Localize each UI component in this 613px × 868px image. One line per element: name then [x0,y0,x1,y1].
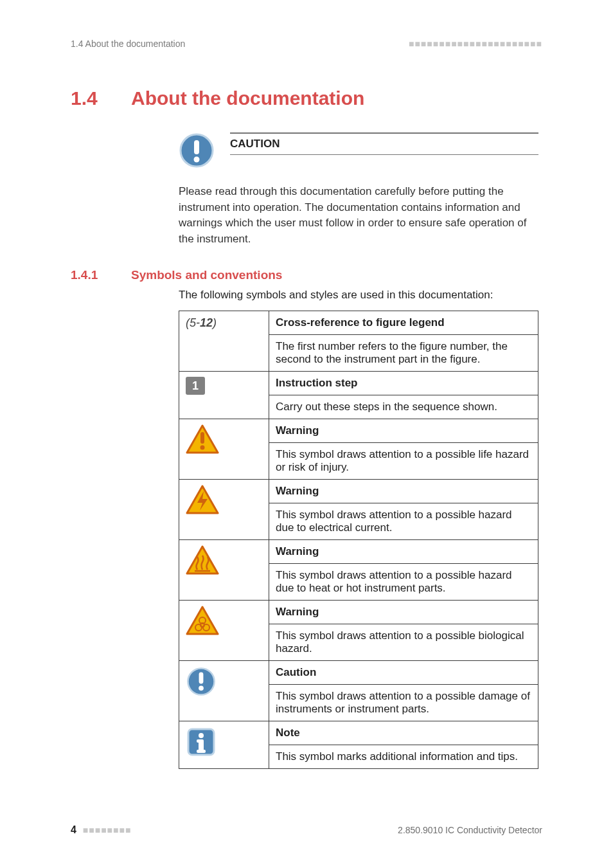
table-row: Note [179,721,538,745]
row-desc: This symbol draws attention to a possibl… [269,563,538,600]
row-desc: This symbol draws attention to a possibl… [269,442,538,479]
table-row: 1 Instruction step [179,371,538,395]
table-row: Caution [179,660,538,684]
xref-bold: 12 [200,316,213,329]
caution-label-area: CAUTION [230,132,538,155]
row-desc: This symbol marks additional information… [269,745,538,768]
svg-rect-2 [194,140,199,154]
subsection-heading: 1.4.1 Symbols and conventions [71,268,542,282]
runhead-left: 1.4 About the documentation [71,39,185,49]
row-title: Note [269,721,538,745]
warning-heat-icon [179,539,269,600]
footer-doc-title: 2.850.9010 IC Conductivity Detector [398,825,542,835]
step-badge-icon: 1 [186,377,205,395]
section-number: 1.4 [71,87,107,109]
svg-point-3 [194,157,200,163]
row-title: Warning [269,539,538,563]
page-number: 4 [71,824,76,835]
row-title: Warning [269,600,538,624]
svg-rect-24 [197,739,202,743]
svg-marker-11 [187,607,218,634]
section-title: About the documentation [131,87,364,109]
note-icon [179,721,269,768]
warning-general-icon [179,419,269,479]
table-row: Warning [179,419,538,442]
intro-text: The following symbols and styles are use… [179,289,542,302]
table-row: (5-12) Cross-reference to figure legend [179,311,538,334]
subsection-number: 1.4.1 [71,268,112,282]
row-title: Warning [269,479,538,503]
svg-rect-25 [197,750,206,753]
runhead-dashes: ■■■■■■■■■■■■■■■■■■■■■■ [409,39,542,49]
row-desc: This symbol draws attention to a possibl… [269,684,538,721]
table-row: Warning [179,479,538,503]
svg-point-22 [199,733,204,738]
row-desc: This symbol draws attention to a possibl… [269,503,538,539]
xref-open: (5- [186,316,200,329]
row-title: Cross-reference to figure legend [269,311,538,334]
svg-rect-5 [200,432,204,444]
caution-damage-icon [179,660,269,721]
svg-point-19 [199,685,204,691]
svg-rect-18 [199,672,204,683]
section-heading: 1.4 About the documentation [71,87,542,109]
row-title: Instruction step [269,371,538,395]
row-title: Caution [269,660,538,684]
row-desc: This symbol draws attention to a possibl… [269,624,538,660]
svg-point-6 [200,445,205,449]
row-desc: Carry out these steps in the sequence sh… [269,395,538,419]
subsection-title: Symbols and conventions [131,268,282,282]
caution-block: CAUTION Please read through this documen… [179,132,538,248]
row-desc: The first number refers to the figure nu… [269,334,538,371]
table-row: Warning [179,539,538,563]
xref-close: ) [213,316,217,329]
warning-electrical-icon [179,479,269,539]
footer-dashes: ■■■■■■■■ [83,825,132,835]
step-cell: 1 [179,371,269,419]
caution-body: Please read through this documentation c… [179,184,538,248]
symbols-table: (5-12) Cross-reference to figure legend … [179,311,538,769]
xref-cell: (5-12) [179,311,269,371]
warning-biohazard-icon [179,600,269,660]
caution-label: CAUTION [230,138,280,150]
running-header: 1.4 About the documentation ■■■■■■■■■■■■… [71,39,542,49]
row-title: Warning [269,419,538,442]
page-footer: 4 ■■■■■■■■ 2.850.9010 IC Conductivity De… [71,824,542,836]
caution-icon [179,132,215,168]
table-row: Warning [179,600,538,624]
